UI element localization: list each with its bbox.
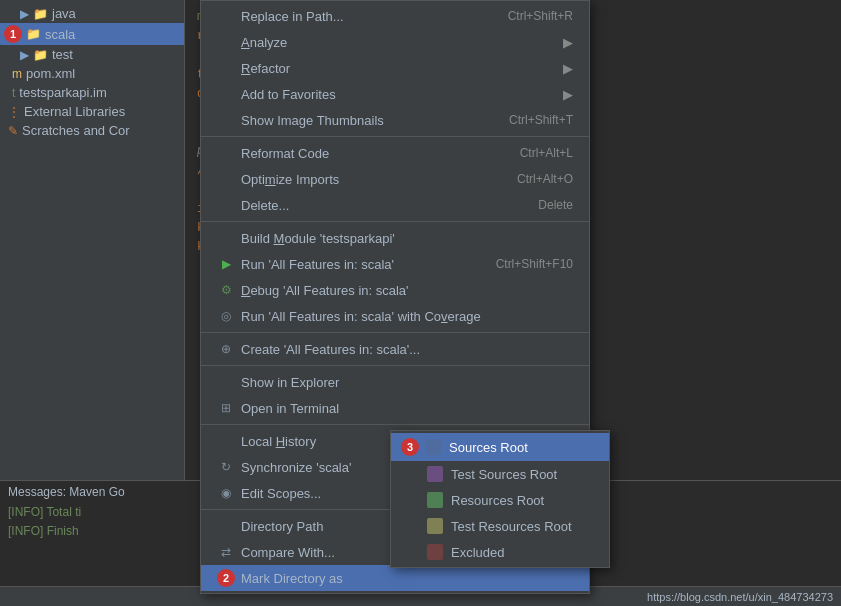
badge-2: 2 [217, 569, 235, 587]
submenu-label-excluded: Excluded [451, 545, 504, 560]
debug-icon: ⚙ [217, 281, 235, 299]
submenu-label-sources: Sources Root [449, 440, 528, 455]
analyze-icon [217, 33, 235, 51]
menu-label-reformat: Reformat Code [241, 146, 504, 161]
delete-icon [217, 196, 235, 214]
menu-run-coverage[interactable]: ◎ Run 'All Features in: scala' with Cove… [201, 303, 589, 329]
menu-optimize[interactable]: Optimize Imports Ctrl+Alt+O [201, 166, 589, 192]
reformat-icon [217, 144, 235, 162]
menu-shortcut-replace: Ctrl+Shift+R [508, 9, 573, 23]
menu-label-markdir: Mark Directory as [241, 571, 573, 586]
menu-debug-all[interactable]: ⚙ Debug 'All Features in: scala' [201, 277, 589, 303]
folder-icon-scala: 📁 [26, 27, 41, 41]
menu-shortcut-thumbnails: Ctrl+Shift+T [509, 113, 573, 127]
submenu-test-resources-root[interactable]: Test Resources Root [391, 513, 609, 539]
menu-label-optimize: Optimize Imports [241, 172, 501, 187]
menu-replace-in-path[interactable]: Replace in Path... Ctrl+Shift+R [201, 3, 589, 29]
menu-label-explorer: Show in Explorer [241, 375, 573, 390]
badge-3: 3 [401, 438, 419, 456]
scope-icon: ◉ [217, 484, 235, 502]
resources-icon [427, 492, 443, 508]
xml-icon: m [12, 67, 22, 81]
optimize-icon [217, 170, 235, 188]
menu-shortcut-reformat: Ctrl+Alt+L [520, 146, 573, 160]
menu-mark-directory[interactable]: 2 Mark Directory as [201, 565, 589, 591]
excluded-icon [427, 544, 443, 560]
menu-shortcut-run: Ctrl+Shift+F10 [496, 257, 573, 271]
favorites-arrow: ▶ [563, 87, 573, 102]
separator-3 [201, 332, 589, 333]
test-resources-icon [427, 518, 443, 534]
tree-item-label-test: test [52, 47, 73, 62]
create-icon: ⊕ [217, 340, 235, 358]
history-icon [217, 432, 235, 450]
menu-show-explorer[interactable]: Show in Explorer [201, 369, 589, 395]
explorer-icon [217, 373, 235, 391]
submenu-excluded[interactable]: Excluded [391, 539, 609, 565]
compare-icon: ⇄ [217, 543, 235, 561]
menu-label-debug: Debug 'All Features in: scala' [241, 283, 573, 298]
submenu-label-resources: Resources Root [451, 493, 544, 508]
menu-label-delete: Delete... [241, 198, 522, 213]
menu-show-thumbnails[interactable]: Show Image Thumbnails Ctrl+Shift+T [201, 107, 589, 133]
submenu-resources-root[interactable]: Resources Root [391, 487, 609, 513]
tree-item-pom[interactable]: m pom.xml [0, 64, 184, 83]
menu-refactor[interactable]: Refactor ▶ [201, 55, 589, 81]
menu-analyze[interactable]: Analyze ▶ [201, 29, 589, 55]
menu-label-run: Run 'All Features in: scala' [241, 257, 480, 272]
menu-label-coverage: Run 'All Features in: scala' with Covera… [241, 309, 573, 324]
separator-4 [201, 365, 589, 366]
menu-shortcut-delete: Delete [538, 198, 573, 212]
tree-item-scratches[interactable]: ✎ Scratches and Cor [0, 121, 184, 140]
coverage-icon: ◎ [217, 307, 235, 325]
menu-label-analyze: Analyze [241, 35, 555, 50]
thumbnails-icon [217, 111, 235, 129]
menu-label-replace: Replace in Path... [241, 9, 492, 24]
submenu-label-test-resources: Test Resources Root [451, 519, 572, 534]
expand-icon-test: ▶ [20, 48, 29, 62]
tree-item-label-pom: pom.xml [26, 66, 75, 81]
scratches-icon: ✎ [8, 124, 18, 138]
menu-build-module[interactable]: Build Module 'testsparkapi' [201, 225, 589, 251]
submenu-test-sources-root[interactable]: Test Sources Root [391, 461, 609, 487]
sources-root-icon [425, 439, 441, 455]
submenu-mark-directory: 3 Sources Root Test Sources Root Resourc… [390, 430, 610, 568]
submenu-label-test-sources: Test Sources Root [451, 467, 557, 482]
file-tree: ▶ 📁 java 1 📁 scala ▶ 📁 test m pom.xml t … [0, 0, 185, 480]
menu-create-all[interactable]: ⊕ Create 'All Features in: scala'... [201, 336, 589, 362]
favorites-icon [217, 85, 235, 103]
submenu-sources-root[interactable]: 3 Sources Root [391, 433, 609, 461]
menu-label-refactor: Refactor [241, 61, 555, 76]
tree-item-label-img: testsparkapi.im [19, 85, 106, 100]
separator-5 [201, 424, 589, 425]
tree-item-testsparkapi[interactable]: t testsparkapi.im [0, 83, 184, 102]
menu-delete[interactable]: Delete... Delete [201, 192, 589, 218]
sync-icon: ↻ [217, 458, 235, 476]
terminal-icon: ⊞ [217, 399, 235, 417]
test-sources-icon [427, 466, 443, 482]
run-icon: ▶ [217, 255, 235, 273]
tree-item-label-scala: scala [45, 27, 75, 42]
tree-item-test[interactable]: ▶ 📁 test [0, 45, 184, 64]
folder-icon: 📁 [33, 7, 48, 21]
menu-reformat[interactable]: Reformat Code Ctrl+Alt+L [201, 140, 589, 166]
tree-item-scala[interactable]: 1 📁 scala [0, 23, 184, 45]
menu-label-create: Create 'All Features in: scala'... [241, 342, 573, 357]
menu-run-all[interactable]: ▶ Run 'All Features in: scala' Ctrl+Shif… [201, 251, 589, 277]
menu-open-terminal[interactable]: ⊞ Open in Terminal [201, 395, 589, 421]
tree-item-label-scratches: Scratches and Cor [22, 123, 130, 138]
folder-icon-test: 📁 [33, 48, 48, 62]
menu-label-terminal: Open in Terminal [241, 401, 573, 416]
expand-icon: ▶ [20, 7, 29, 21]
tree-item-java[interactable]: ▶ 📁 java [0, 4, 184, 23]
menu-shortcut-optimize: Ctrl+Alt+O [517, 172, 573, 186]
menu-add-favorites[interactable]: Add to Favorites ▶ [201, 81, 589, 107]
separator-2 [201, 221, 589, 222]
build-icon [217, 229, 235, 247]
separator-1 [201, 136, 589, 137]
external-icon: ⋮ [8, 105, 20, 119]
tree-item-external[interactable]: ⋮ External Libraries [0, 102, 184, 121]
menu-label-thumbnails: Show Image Thumbnails [241, 113, 493, 128]
tree-item-label-external: External Libraries [24, 104, 125, 119]
tree-item-label: java [52, 6, 76, 21]
